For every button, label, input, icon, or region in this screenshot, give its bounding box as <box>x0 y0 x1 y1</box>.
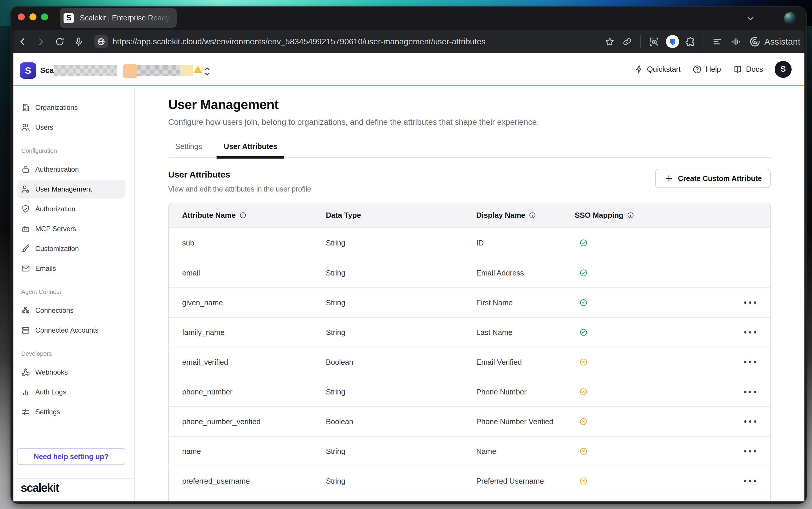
tab-user-attributes[interactable]: User Attributes <box>217 136 284 157</box>
sidebar-item-webhooks[interactable]: Webhooks <box>17 363 125 382</box>
tab-settings[interactable]: Settings <box>168 136 209 157</box>
sidebar-item-connected-accounts[interactable]: Connected Accounts <box>17 321 125 340</box>
boxes-icon <box>21 306 31 315</box>
row-menu-button[interactable] <box>743 477 757 484</box>
scalekit-wordmark: scalekit <box>21 477 59 498</box>
row-menu-button[interactable] <box>743 388 757 395</box>
cell-sso-mapping <box>575 269 734 277</box>
cell-attribute-name: given_name <box>182 298 326 307</box>
col-header-sso-mapping: SSO Mapping <box>575 211 734 220</box>
sidebar-item-customization[interactable]: Customization <box>17 239 125 258</box>
sidebar-item-settings[interactable]: Settings <box>17 403 125 421</box>
cell-data-type: Boolean <box>326 417 476 426</box>
sidebar-group-agent-connect: Agent Connect <box>21 288 134 296</box>
sso-mapped-check-icon <box>579 239 588 247</box>
tab-list-chevron-down-icon[interactable] <box>746 13 755 23</box>
cell-sso-mapping <box>575 477 734 485</box>
row-menu-button[interactable] <box>743 329 757 336</box>
sso-unmapped-x-icon <box>579 447 588 455</box>
cell-data-type: String <box>326 328 476 337</box>
cell-display-name: Phone Number Verified <box>476 417 575 426</box>
cell-row-menu <box>734 388 757 395</box>
cell-row-menu <box>734 299 757 306</box>
browser-tab[interactable]: S Scalekit | Enterprise Ready A <box>60 8 177 28</box>
cell-data-type: String <box>326 269 476 277</box>
row-menu-button[interactable] <box>743 418 757 425</box>
redacted-workspace-name <box>54 65 117 76</box>
row-menu-button[interactable] <box>743 359 757 366</box>
mail-icon <box>21 264 31 273</box>
cell-display-name: Email Verified <box>476 358 575 367</box>
site-info-globe-icon[interactable] <box>95 35 108 48</box>
browser-profile-avatar[interactable] <box>784 12 796 25</box>
sidebar-item-users[interactable]: Users <box>17 118 125 137</box>
workspace-logo: S <box>20 62 36 79</box>
info-icon <box>529 212 536 219</box>
sso-unmapped-x-icon <box>579 358 588 366</box>
cell-data-type: String <box>326 447 476 456</box>
cell-display-name: Last Name <box>476 328 575 337</box>
sidebar-item-authentication[interactable]: Authentication <box>17 160 125 179</box>
sidebar-item-user-management[interactable]: User Management <box>17 180 125 199</box>
sidebar-item-mcp-servers[interactable]: MCP Servers <box>17 219 125 238</box>
sidebar-item-auth-logs[interactable]: Auth Logs <box>17 383 125 401</box>
table-row: sub String ID <box>169 228 770 258</box>
sidebar-item-organizations[interactable]: Organizations <box>17 98 125 117</box>
table-row: phone_number String Phone Number <box>169 377 770 406</box>
help-button[interactable]: Help <box>692 64 721 74</box>
bar-chart-icon <box>21 387 31 397</box>
cell-row-menu <box>734 418 757 425</box>
plus-icon <box>664 173 674 183</box>
redacted-environment-tag <box>180 65 193 76</box>
user-avatar[interactable]: S <box>775 61 791 78</box>
book-open-icon <box>733 64 743 74</box>
address-bar-url[interactable]: https://app.scalekit.cloud/ws/environmen… <box>112 37 485 46</box>
row-menu-button[interactable] <box>743 299 757 306</box>
sidebar-item-authorization[interactable]: Authorization <box>17 200 125 218</box>
quickstart-button[interactable]: Quickstart <box>634 65 680 74</box>
bookmark-star-icon[interactable] <box>604 36 615 47</box>
col-header-data-type: Data Type <box>326 211 476 220</box>
row-menu-button[interactable] <box>743 448 757 455</box>
screenshot-search-icon[interactable] <box>648 36 660 47</box>
info-icon <box>627 212 634 219</box>
cell-display-name: First Name <box>476 298 575 307</box>
sidebar-item-emails[interactable]: Emails <box>17 259 125 278</box>
docs-button[interactable]: Docs <box>733 64 763 74</box>
workspace-switcher-chevrons-icon[interactable] <box>202 65 212 78</box>
cell-sso-mapping <box>575 447 734 455</box>
window-maximize-button[interactable] <box>41 13 48 21</box>
table-body: sub String ID <box>169 228 770 496</box>
extensions-puzzle-icon[interactable] <box>685 36 696 47</box>
cell-display-name: Email Address <box>476 269 575 277</box>
assistant-button[interactable]: Assistant <box>749 36 800 47</box>
page-subtitle: Configure how users join, belong to orga… <box>168 117 539 127</box>
app-header: S Sca Quickstart Help <box>13 53 804 85</box>
reader-lines-icon[interactable] <box>712 36 723 47</box>
sidebar-item-connections[interactable]: Connections <box>17 301 125 320</box>
sso-unmapped-x-icon <box>579 477 588 485</box>
environment-avatar <box>123 64 138 78</box>
cell-display-name: Name <box>476 447 575 456</box>
cell-attribute-name: family_name <box>182 328 326 337</box>
table-row: preferred_username String Preferred User… <box>169 466 770 496</box>
toolbar-separator <box>704 35 704 48</box>
forward-icon[interactable] <box>35 36 47 47</box>
help-circle-icon <box>692 64 702 74</box>
cell-attribute-name: name <box>182 447 326 456</box>
cell-row-menu <box>734 477 757 484</box>
back-icon[interactable] <box>17 36 29 47</box>
cell-attribute-name: phone_number_verified <box>182 417 326 426</box>
voice-wave-icon[interactable] <box>730 36 741 47</box>
section-subheading: View and edit the attributes in the user… <box>168 185 311 193</box>
window-minimize-button[interactable] <box>29 13 36 21</box>
page-title: User Management <box>168 96 279 113</box>
reload-icon[interactable] <box>54 36 66 47</box>
microphone-icon[interactable] <box>73 36 84 47</box>
bitwarden-extension-icon[interactable] <box>666 35 679 48</box>
window-close-button[interactable] <box>18 13 25 21</box>
need-help-button[interactable]: Need help setting up? <box>17 448 125 465</box>
organizations-icon <box>21 103 31 112</box>
copy-link-icon[interactable] <box>622 36 633 47</box>
create-custom-attribute-button[interactable]: Create Custom Attribute <box>655 169 771 188</box>
